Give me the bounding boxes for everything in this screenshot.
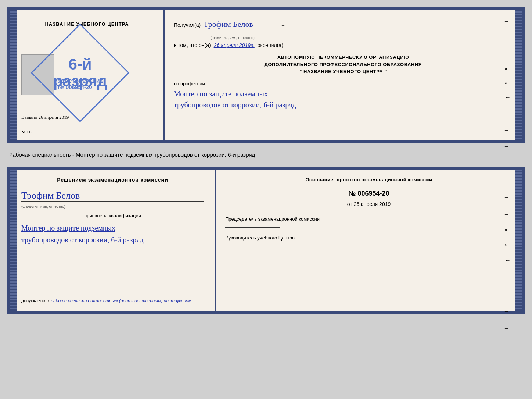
bottom-name-hint: (фамилия, имя, отчество) — [21, 204, 65, 209]
prisvoena-label: присвоена квалификация — [21, 213, 204, 218]
certificate-top: НАЗВАНИЕ УЧЕБНОГО ЦЕНТРА 6-й разряд УДОС… — [7, 7, 525, 143]
cert-number: № 006954-20 — [58, 84, 103, 90]
right-side-dashes: – – – и а ← – – – — [505, 18, 511, 149]
b-side-dash-9: – — [505, 308, 511, 314]
side-dash-2: – — [505, 34, 511, 40]
right-decorative-strip — [515, 10, 522, 140]
date-ot: от 26 апреля 2019 — [225, 201, 513, 207]
bottom-left-panel: Решением экзаменационной комиссии Трофим… — [10, 170, 216, 311]
side-dash-3: – — [505, 50, 511, 57]
b-side-dash-8: – — [505, 291, 511, 298]
osnovaniye-title: Основание: протокол экзаменационной коми… — [225, 177, 513, 182]
top-left-title: НАЗВАНИЕ УЧЕБНОГО ЦЕНТРА — [45, 21, 129, 27]
profession-line2: трубопроводов от коррозии, 6-й разряд — [174, 99, 513, 110]
po-professii-label: по профессии — [174, 81, 513, 86]
b-side-dash-3: – — [505, 211, 511, 217]
top-right-panel: Получил(a) Трофим Белов – (фамилия, имя,… — [165, 10, 522, 140]
stamp-diamond-inner: 6-й разряд — [31, 24, 130, 122]
org-block: АВТОНОМНУЮ НЕКОММЕРЧЕСКУЮ ОРГАНИЗАЦИЮ ДО… — [174, 54, 513, 75]
bottom-right-decorative-strip — [515, 170, 522, 311]
org-line2: ДОПОЛНИТЕЛЬНОГО ПРОФЕССИОНАЛЬНОГО ОБРАЗО… — [174, 61, 513, 68]
komissia-title: Решением экзаменационной комиссии — [21, 177, 204, 183]
vydano-block: Выдано 26 апреля 2019 — [21, 114, 69, 120]
name-hint-top: (фамилия, имя, отчество) — [211, 36, 255, 40]
chairman-signature-line — [225, 227, 280, 228]
date-ot-prefix: от — [347, 201, 352, 207]
handwritten-date: 26 апреля 2019г. — [214, 42, 255, 48]
dash: – — [282, 22, 284, 28]
date-line: в том, что он(а) 26 апреля 2019г. окончи… — [174, 42, 513, 48]
rukovoditel-title: Руководитель учебного Центра — [225, 235, 513, 241]
bottom-profession-line1: Монтер по защите подземных — [21, 222, 204, 234]
cert-label: УДОСТОВЕРЕНИЕ — [58, 78, 103, 84]
recipient-name: Трофим Белов — [204, 19, 277, 30]
bottom-recipient-name: Трофим Белов — [21, 190, 204, 202]
blank-line-2 — [21, 261, 168, 268]
b-side-dash-6: ← — [505, 257, 511, 264]
date-ot-value: 26 апреля 2019 — [354, 201, 391, 207]
b-side-dash-7: – — [505, 274, 511, 281]
rukovoditel-block: Руководитель учебного Центра — [225, 235, 513, 246]
chairman-title: Председатель экзаменационной комиссии — [225, 216, 513, 222]
top-left-panel: НАЗВАНИЕ УЧЕБНОГО ЦЕНТРА 6-й разряд УДОС… — [10, 10, 165, 140]
okonchil-label: окончил(a) — [258, 42, 283, 48]
page-wrapper: НАЗВАНИЕ УЧЕБНОГО ЦЕНТРА 6-й разряд УДОС… — [7, 7, 525, 314]
blank-lines — [21, 251, 204, 268]
b-side-dash-5: а — [505, 242, 511, 247]
bottom-right-side-dashes: – – – и а ← – – – – — [505, 177, 511, 331]
org-line3: " НАЗВАНИЕ УЧЕБНОГО ЦЕНТРА " — [174, 68, 513, 75]
bottom-profession-line2: трубопроводов от коррозии, 6-й разряд — [21, 234, 204, 246]
bottom-right-panel: Основание: протокол экзаменационной коми… — [216, 170, 522, 311]
poluchil-label: Получил(a) — [174, 22, 201, 28]
vydano-label: Выдано — [21, 114, 37, 120]
vtom-label: в том, что он(а) — [174, 42, 211, 48]
certificate-bottom: Решением экзаменационной комиссии Трофим… — [7, 167, 525, 314]
stamp-diamond: 6-й разряд — [40, 32, 121, 113]
rukovoditel-signature-line — [225, 246, 280, 246]
b-side-dash-2: – — [505, 194, 511, 200]
recipient-line: Получил(a) Трофим Белов – — [174, 19, 513, 30]
side-dash-1: – — [505, 18, 511, 24]
dopuskaetsya-block: допускается к работе согласно должностны… — [21, 298, 204, 303]
mp-label: М.П. — [21, 129, 32, 135]
udostoverenie-block: УДОСТОВЕРЕНИЕ № 006954-20 — [58, 78, 103, 90]
protocol-number: № 006954-20 — [225, 190, 513, 197]
b-side-dash-4: и — [505, 228, 511, 232]
side-dash-5: а — [505, 80, 511, 85]
blank-line-1 — [21, 251, 168, 258]
b-side-dash-1: – — [505, 177, 511, 184]
side-dash-8: – — [505, 127, 511, 133]
side-dash-4: и — [505, 66, 511, 71]
side-dash-7: – — [505, 110, 511, 117]
middle-text: Рабочая специальность - Монтер по защите… — [7, 148, 525, 162]
org-line1: АВТОНОМНУЮ НЕКОММЕРЧЕСКУЮ ОРГАНИЗАЦИЮ — [174, 54, 513, 61]
side-dash-9: – — [505, 143, 511, 149]
side-dash-6: ← — [505, 94, 511, 101]
vydano-date: 26 апреля 2019 — [39, 114, 69, 120]
profession-block: Монтер по защите подземных трубопроводов… — [174, 88, 513, 110]
dopuskaetsya-text: работе согласно должностным (производств… — [51, 298, 191, 303]
profession-line1: Монтер по защите подземных — [174, 88, 513, 99]
b-side-dash-10: – — [505, 325, 511, 331]
bottom-profession-block: Монтер по защите подземных трубопроводов… — [21, 222, 204, 246]
dopuskaetsya-prefix: допускается к — [21, 298, 50, 303]
chairman-block: Председатель экзаменационной комиссии — [225, 216, 513, 228]
